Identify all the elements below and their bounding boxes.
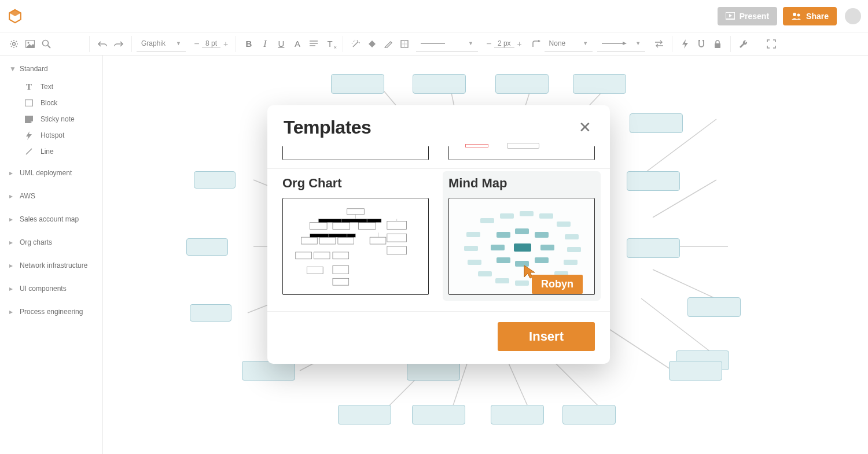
svg-rect-21 (387, 234, 407, 242)
svg-rect-16 (387, 222, 407, 230)
group-org[interactable]: ▸Org charts (2, 235, 100, 250)
canvas-node[interactable] (491, 405, 544, 425)
group-uml[interactable]: ▸UML deployment (2, 165, 100, 180)
app-logo (7, 8, 23, 24)
canvas-node[interactable] (413, 74, 466, 94)
canvas-node[interactable] (573, 74, 626, 94)
svg-rect-14 (333, 223, 350, 230)
canvas-node[interactable] (190, 304, 231, 322)
modal-title: Templates (284, 117, 576, 138)
canvas-node[interactable] (194, 171, 236, 189)
chevron-right-icon: ▸ (9, 285, 14, 293)
canvas-node[interactable] (495, 74, 549, 94)
text-icon: T (24, 82, 34, 91)
magnet-icon[interactable] (693, 36, 709, 52)
item-label: Block (41, 99, 57, 107)
group-process[interactable]: ▸Process engineering (2, 304, 100, 319)
font-family-select[interactable]: Graphik▼ (137, 36, 186, 51)
canvas-node[interactable] (562, 405, 616, 425)
template-title: Mind Map (448, 176, 595, 191)
svg-rect-13 (310, 223, 327, 230)
group-standard[interactable]: ▼ Standard (2, 61, 100, 76)
sidebar-item-line[interactable]: Line (22, 143, 100, 160)
present-icon (726, 12, 735, 20)
canvas-node[interactable] (627, 171, 680, 191)
group-ui[interactable]: ▸UI components (2, 281, 100, 296)
canvas-node[interactable] (338, 405, 391, 425)
fullscreen-icon[interactable] (763, 36, 779, 52)
text-color-icon[interactable]: A (289, 36, 306, 52)
chevron-right-icon: ▸ (9, 308, 14, 316)
sidebar-item-text[interactable]: T Text (22, 79, 100, 95)
insert-button[interactable]: Insert (498, 322, 595, 351)
wrench-icon[interactable] (735, 36, 752, 52)
arrow-style-select[interactable]: None▼ (545, 36, 593, 51)
sidebar-item-sticky[interactable]: Sticky note (22, 111, 100, 127)
pencil-icon[interactable] (380, 36, 396, 52)
canvas-node[interactable] (242, 361, 295, 381)
search-icon[interactable] (38, 36, 54, 52)
stroke-increase[interactable]: + (514, 36, 525, 52)
sidebar-item-block[interactable]: Block (22, 95, 100, 111)
group-label: UI components (20, 285, 67, 293)
people-icon (791, 12, 801, 20)
shapes-sidebar: ▼ Standard T Text Block Sticky note Hots… (0, 56, 103, 454)
bold-icon[interactable]: B (241, 36, 257, 52)
svg-rect-10 (715, 43, 720, 48)
magic-icon[interactable] (348, 36, 364, 52)
template-fragment[interactable] (448, 146, 595, 160)
arrow-style-value: None (549, 39, 566, 47)
border-icon[interactable] (396, 36, 413, 52)
sidebar-item-hotspot[interactable]: Hotspot (22, 127, 100, 143)
fill-icon[interactable] (364, 36, 380, 52)
image-icon[interactable] (22, 36, 38, 52)
template-org-chart[interactable]: Org Chart (282, 176, 429, 301)
undo-icon[interactable] (94, 36, 111, 52)
lock-icon[interactable] (709, 36, 726, 52)
line-routing-icon[interactable] (528, 36, 545, 52)
canvas-node[interactable] (412, 405, 465, 425)
canvas-node[interactable] (687, 297, 741, 317)
canvas-node[interactable] (630, 113, 683, 133)
stroke-decrease[interactable]: − (484, 36, 494, 52)
font-size-value[interactable]: 8 pt (202, 39, 220, 48)
canvas-node[interactable] (627, 238, 680, 258)
line-icon (24, 147, 34, 156)
present-button[interactable]: Present (718, 7, 777, 25)
close-icon[interactable]: ✕ (576, 119, 594, 136)
group-aws[interactable]: ▸AWS (2, 189, 100, 204)
share-label: Share (806, 12, 829, 21)
sticky-icon (24, 115, 34, 124)
line-style-select[interactable]: ▼ (416, 36, 478, 51)
canvas-node[interactable] (407, 361, 460, 381)
action-icon[interactable] (677, 36, 693, 52)
font-size-increase[interactable]: + (220, 36, 231, 52)
avatar[interactable] (845, 8, 861, 24)
insert-label: Insert (529, 329, 564, 344)
arrowhead-select[interactable]: ▼ (597, 36, 645, 51)
svg-rect-24 (333, 252, 349, 259)
font-size-decrease[interactable]: − (192, 36, 202, 52)
redo-icon[interactable] (111, 36, 127, 52)
chevron-right-icon: ▸ (9, 192, 14, 200)
clear-format-icon[interactable]: T× (322, 36, 338, 52)
align-icon[interactable] (306, 36, 322, 52)
italic-icon[interactable]: I (257, 36, 273, 52)
canvas-node[interactable] (331, 74, 384, 94)
chevron-right-icon: ▸ (9, 215, 14, 223)
group-sales[interactable]: ▸Sales account map (2, 212, 100, 227)
svg-rect-11 (25, 100, 33, 106)
canvas-node[interactable] (669, 361, 722, 381)
canvas-node[interactable] (186, 238, 228, 256)
svg-rect-25 (387, 246, 407, 254)
settings-icon[interactable] (6, 36, 22, 52)
group-network[interactable]: ▸Network infrastructure (2, 258, 100, 273)
underline-icon[interactable]: U (273, 36, 289, 52)
swap-icon[interactable] (651, 36, 667, 52)
svg-point-2 (797, 13, 800, 16)
item-label: Sticky note (41, 115, 75, 123)
format-toolbar: Graphik▼ − 8 pt + B I U A T× ▼ − 2 px + … (0, 32, 868, 56)
template-fragment[interactable] (282, 146, 429, 160)
share-button[interactable]: Share (783, 7, 837, 25)
stroke-width-value[interactable]: 2 px (494, 39, 514, 48)
